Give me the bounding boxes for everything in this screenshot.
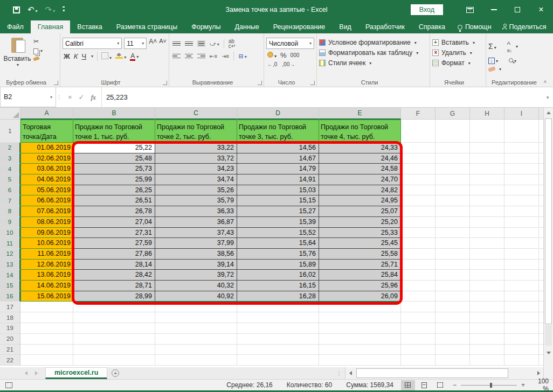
cell-value[interactable]: 34,74: [155, 174, 237, 185]
cell-empty[interactable]: [319, 355, 401, 366]
row-header-20[interactable]: 20: [0, 334, 20, 345]
format-as-table-button[interactable]: Форматировать как таблицу▾: [319, 49, 418, 57]
borders-button[interactable]: ▾: [101, 52, 112, 61]
cell-date[interactable]: 04.06.2019: [20, 174, 73, 185]
row-header-21[interactable]: 21: [0, 345, 20, 355]
cell-empty[interactable]: [73, 323, 155, 334]
cell-empty[interactable]: [73, 334, 155, 345]
tab-3[interactable]: Разметка страницы: [109, 20, 184, 33]
cell-empty[interactable]: [319, 323, 401, 334]
tab-1[interactable]: Главная: [31, 20, 71, 33]
row-header-18[interactable]: 18: [0, 312, 20, 323]
increase-indent-icon[interactable]: ⇥≡: [222, 53, 229, 59]
normal-view-button[interactable]: [401, 380, 415, 390]
cell-empty[interactable]: [20, 312, 73, 323]
expand-formula-bar-icon[interactable]: ▾: [542, 87, 553, 107]
cell-empty[interactable]: [155, 345, 237, 355]
cell-value[interactable]: 25,48: [73, 153, 155, 164]
cell-date[interactable]: 01.06.2019: [20, 143, 73, 153]
accounting-format-button[interactable]: ▾: [267, 51, 276, 59]
scrollbar-track[interactable]: [545, 325, 552, 346]
cell-empty[interactable]: [504, 302, 539, 312]
cell-value[interactable]: 15,89: [237, 260, 319, 270]
cell-empty[interactable]: [504, 185, 539, 196]
cell-date[interactable]: 02.06.2019: [20, 153, 73, 164]
confirm-entry-icon[interactable]: ✓: [79, 93, 85, 101]
cell-date[interactable]: 15.06.2019: [20, 291, 73, 302]
cell-empty[interactable]: [401, 120, 436, 143]
cell-value[interactable]: 25,99: [73, 174, 155, 185]
cell-empty[interactable]: [470, 195, 504, 206]
cell-empty[interactable]: [401, 206, 436, 217]
cell-empty[interactable]: [470, 249, 504, 260]
row-header-12[interactable]: 12: [0, 249, 20, 260]
zoom-in-button[interactable]: +: [521, 381, 525, 389]
cell-empty[interactable]: [401, 174, 436, 185]
cell-empty[interactable]: [504, 174, 539, 185]
cell-date[interactable]: 03.06.2019: [20, 164, 73, 174]
sort-filter-button[interactable]: Ая↓: [507, 39, 512, 54]
undo-button[interactable]: ↶▾: [27, 5, 38, 14]
tab-9[interactable]: Справка: [412, 20, 452, 33]
cell-empty[interactable]: [436, 345, 470, 355]
sign-in-button[interactable]: Вход: [411, 4, 443, 15]
cell-date[interactable]: 12.06.2019: [20, 260, 73, 270]
column-header-E[interactable]: E: [319, 108, 401, 120]
cell-b1[interactable]: Продажи по Торговой точке 1, тыс. руб.: [73, 120, 155, 143]
cell-empty[interactable]: [436, 120, 470, 143]
tab-assistant[interactable]: Помощн: [452, 20, 497, 33]
cell-empty[interactable]: [436, 334, 470, 345]
page-break-view-button[interactable]: [433, 380, 447, 390]
cell-value[interactable]: 25,45: [319, 238, 401, 249]
zoom-out-button[interactable]: −: [453, 381, 457, 389]
cell-date[interactable]: 09.06.2019: [20, 228, 73, 239]
next-sheet-icon[interactable]: [35, 371, 38, 375]
cell-date[interactable]: 08.06.2019: [20, 217, 73, 228]
cell-a1[interactable]: Торговая точка/Дата: [20, 120, 73, 143]
cell-empty[interactable]: [470, 143, 504, 153]
cell-value[interactable]: 40,32: [155, 281, 237, 291]
cell-e1[interactable]: Продажи по Торговой точке 4, тыс. руб.: [319, 120, 401, 143]
row-header-1[interactable]: 1: [0, 120, 20, 143]
cell-empty[interactable]: [20, 323, 73, 334]
wrap-text-button[interactable]: abc↵: [229, 39, 236, 48]
cell-value[interactable]: 39,72: [155, 270, 237, 281]
cell-empty[interactable]: [470, 164, 504, 174]
cell-value[interactable]: 37,99: [155, 238, 237, 249]
cell-date[interactable]: 07.06.2019: [20, 206, 73, 217]
row-header-19[interactable]: 19: [0, 323, 20, 334]
dialog-launcher-icon[interactable]: [258, 81, 262, 85]
cell-value[interactable]: 24,33: [319, 143, 401, 153]
row-header-6[interactable]: 6: [0, 185, 20, 196]
cell-value[interactable]: 24,46: [319, 153, 401, 164]
cell-date[interactable]: 13.06.2019: [20, 270, 73, 281]
decrease-indent-icon[interactable]: ⇤≡: [210, 53, 217, 59]
cell-empty[interactable]: [470, 217, 504, 228]
insert-cells-button[interactable]: Вставить▾: [432, 39, 475, 46]
cell-value[interactable]: 28,99: [73, 291, 155, 302]
cell-value[interactable]: 28,14: [73, 260, 155, 270]
cell-empty[interactable]: [504, 153, 539, 164]
share-button[interactable]: Поделиться: [497, 20, 552, 33]
cell-empty[interactable]: [401, 270, 436, 281]
cell-empty[interactable]: [504, 120, 539, 143]
cell-empty[interactable]: [504, 195, 539, 206]
cell-date[interactable]: 11.06.2019: [20, 249, 73, 260]
cell-value[interactable]: 26,25: [73, 185, 155, 196]
tab-4[interactable]: Формулы: [184, 20, 227, 33]
cell-empty[interactable]: [470, 291, 504, 302]
cell-empty[interactable]: [401, 238, 436, 249]
cell-empty[interactable]: [470, 334, 504, 345]
cut-button[interactable]: ✂: [33, 38, 43, 45]
dialog-launcher-icon[interactable]: [163, 81, 167, 85]
close-button[interactable]: ×: [529, 0, 553, 19]
tab-scroll-splitter[interactable]: ⋮: [333, 367, 345, 379]
cell-value[interactable]: 14,67: [237, 153, 319, 164]
cell-empty[interactable]: [155, 302, 237, 312]
cell-empty[interactable]: [401, 228, 436, 239]
cell-value[interactable]: 15,27: [237, 206, 319, 217]
cell-empty[interactable]: [401, 195, 436, 206]
cell-empty[interactable]: [73, 302, 155, 312]
column-header-H[interactable]: H: [470, 108, 504, 120]
row-header-7[interactable]: 7: [0, 195, 20, 206]
